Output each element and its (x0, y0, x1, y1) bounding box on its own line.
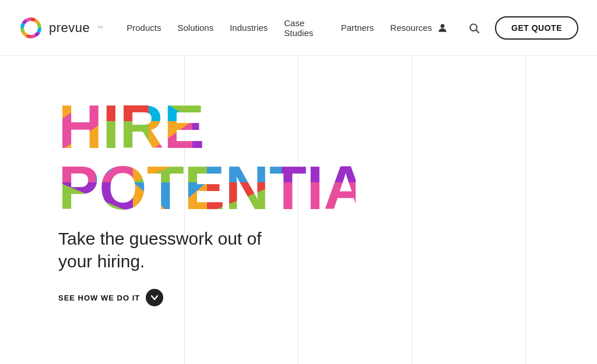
chevron-down-icon (146, 289, 163, 306)
hero-section: HIRE (0, 56, 597, 364)
nav-item-industries[interactable]: Industries (230, 23, 268, 33)
hire-text: HIRE (58, 91, 239, 152)
search-icon-button[interactable] (463, 17, 484, 38)
headline-wrapper: HIRE (58, 91, 356, 213)
user-icon (437, 22, 448, 34)
tagline: Take the guesswork out of your hiring. (58, 227, 356, 273)
hero-content-wrapper: HIRE (0, 56, 597, 306)
nav-item-resources[interactable]: Resources (390, 23, 432, 33)
logo-link[interactable]: prevue ™ (19, 16, 103, 40)
logo-wordmark: prevue (49, 20, 90, 36)
logo-icon (19, 16, 43, 40)
hero-content: HIRE (58, 91, 356, 306)
nav-item-case-studies[interactable]: Case Studies (284, 18, 324, 38)
svg-text:HIRE: HIRE (58, 93, 205, 152)
see-how-label: SEE HOW WE DO IT (58, 294, 140, 302)
svg-line-2 (476, 30, 479, 33)
nav-item-products[interactable]: Products (127, 23, 161, 33)
main-nav: Products Solutions Industries Case Studi… (127, 18, 432, 38)
search-icon (468, 22, 480, 34)
logo-trademark: ™ (97, 24, 103, 31)
potential-text: POTENTIAL (58, 152, 356, 213)
site-header: prevue ™ Products Solutions Industries C… (0, 0, 597, 56)
get-quote-button[interactable]: GET QUOTE (495, 16, 578, 40)
nav-item-solutions[interactable]: Solutions (177, 23, 213, 33)
svg-text:POTENTIAL: POTENTIAL (58, 154, 356, 213)
user-icon-button[interactable] (432, 17, 453, 38)
header-actions: GET QUOTE (432, 16, 578, 40)
see-how-button[interactable]: SEE HOW WE DO IT (58, 289, 163, 306)
nav-item-partners[interactable]: Partners (341, 23, 374, 33)
svg-point-0 (441, 24, 445, 28)
